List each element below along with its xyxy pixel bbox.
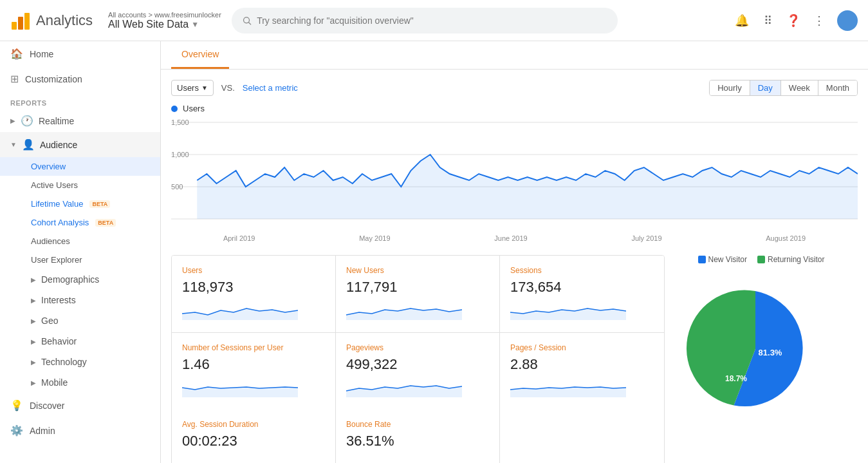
stat-value-sessions: 173,654 <box>510 279 654 296</box>
metric-select[interactable]: Users ▼ <box>171 80 214 96</box>
stat-label-new-users: New Users <box>346 266 489 275</box>
sidebar-item-customization[interactable]: ⊞ Customization <box>0 66 160 91</box>
chart-x-labels: April 2019 May 2019 June 2019 July 2019 … <box>171 232 858 245</box>
stat-card-sessions: Sessions 173,654 <box>500 256 664 333</box>
stat-label-pages-per-session: Pages / Session <box>510 343 654 352</box>
time-btn-week[interactable]: Week <box>781 80 818 95</box>
chart-area: Users ▼ VS. Select a metric Hourly Day W… <box>161 70 868 255</box>
sidebar-item-technology[interactable]: ▶ Technology <box>0 352 160 372</box>
discover-icon: 💡 <box>10 399 23 411</box>
sparkline-new-users <box>346 301 462 320</box>
svg-rect-2 <box>24 13 30 30</box>
pie-legend-new-visitor: New Visitor <box>698 255 747 264</box>
apps-icon[interactable]: ⠿ <box>760 13 775 28</box>
pie-chart-svg: 81.3% 18.7% <box>675 272 836 413</box>
expand-icon: ▶ <box>10 117 15 124</box>
time-btn-day[interactable]: Day <box>750 80 781 95</box>
sparkline-avg-session <box>182 455 298 463</box>
sidebar-item-mobile[interactable]: ▶ Mobile <box>0 372 160 393</box>
sparkline-sessions <box>510 301 626 320</box>
person-icon: 👤 <box>22 138 35 151</box>
stat-card-pages-per-session: Pages / Session 2.88 <box>500 333 664 410</box>
stat-card-new-users: New Users 117,791 <box>336 256 500 333</box>
stat-label-avg-session: Avg. Session Duration <box>182 420 325 429</box>
stat-value-pages-per-session: 2.88 <box>510 356 654 373</box>
stat-card-users: Users 118,973 <box>172 256 336 333</box>
sidebar-item-interests[interactable]: ▶ Interests <box>0 290 160 310</box>
sidebar-item-overview[interactable]: Overview <box>0 157 160 176</box>
svg-text:1,500: 1,500 <box>171 118 189 126</box>
stat-label-sessions: Sessions <box>510 266 654 275</box>
new-visitor-dot <box>698 256 706 263</box>
more-icon[interactable]: ⋮ <box>811 13 827 28</box>
expand-interests-icon: ▶ <box>31 297 36 304</box>
sidebar: 🏠 Home ⊞ Customization REPORTS ▶ 🕐 Realt… <box>0 41 161 463</box>
x-label-may: May 2019 <box>359 234 390 242</box>
search-bar[interactable] <box>232 8 618 33</box>
sidebar-item-geo[interactable]: ▶ Geo <box>0 310 160 331</box>
stat-label-sessions-per-user: Number of Sessions per User <box>182 343 325 352</box>
content-inner: Overview Users ▼ VS. Select a metric Hou… <box>161 41 868 463</box>
pie-legend: New Visitor Returning Visitor <box>675 255 847 264</box>
sidebar-item-home[interactable]: 🏠 Home <box>0 41 160 66</box>
stat-card-empty <box>500 410 664 463</box>
svg-text:500: 500 <box>171 183 183 191</box>
svg-line-4 <box>248 22 251 24</box>
stat-value-new-users: 117,791 <box>346 279 489 296</box>
lifetime-value-beta-badge: BETA <box>89 200 110 208</box>
x-label-august: August 2019 <box>766 234 806 242</box>
time-btn-hourly[interactable]: Hourly <box>710 80 750 95</box>
x-label-june: June 2019 <box>494 234 527 242</box>
pie-legend-returning-visitor: Returning Visitor <box>757 255 825 264</box>
users-legend-label: Users <box>183 104 205 113</box>
sparkline-pages-per-session <box>510 378 626 397</box>
sidebar-item-discover[interactable]: 💡 Discover <box>0 393 160 418</box>
sidebar-item-lifetime-value[interactable]: Lifetime Value BETA <box>0 194 160 213</box>
sparkline-bounce-rate <box>346 455 462 463</box>
stat-card-avg-session: Avg. Session Duration 00:02:23 <box>172 410 336 463</box>
help-icon[interactable]: ❓ <box>786 13 801 28</box>
time-btn-month[interactable]: Month <box>818 80 857 95</box>
sidebar-item-realtime[interactable]: ▶ 🕐 Realtime <box>0 109 160 132</box>
sidebar-item-behavior[interactable]: ▶ Behavior <box>0 331 160 352</box>
main-layout: 🏠 Home ⊞ Customization REPORTS ▶ 🕐 Realt… <box>0 41 868 463</box>
sidebar-section-reports: REPORTS <box>0 91 160 109</box>
svg-point-3 <box>243 17 249 23</box>
collapse-icon: ▼ <box>10 141 17 148</box>
expand-geo-icon: ▶ <box>31 317 36 325</box>
sidebar-item-active-users[interactable]: Active Users <box>0 176 160 194</box>
sidebar-item-admin[interactable]: ⚙️ Admin <box>0 418 160 443</box>
returning-visitor-label: Returning Visitor <box>768 255 825 264</box>
sidebar-item-audiences[interactable]: Audiences <box>0 232 160 250</box>
sidebar-item-demographics[interactable]: ▶ Demographics <box>0 269 160 290</box>
stat-card-bounce-rate: Bounce Rate 36.51% <box>336 410 500 463</box>
sidebar-item-audience[interactable]: ▼ 👤 Audience <box>0 132 160 157</box>
sparkline-pageviews <box>346 378 462 397</box>
stat-card-sessions-per-user: Number of Sessions per User 1.46 <box>172 333 336 410</box>
expand-behavior-icon: ▶ <box>31 338 36 345</box>
stat-value-sessions-per-user: 1.46 <box>182 356 325 373</box>
search-input[interactable] <box>257 15 607 26</box>
sparkline-users <box>182 301 298 320</box>
stat-value-users: 118,973 <box>182 279 325 296</box>
grid-icon: ⊞ <box>10 73 19 85</box>
x-label-july: July 2019 <box>631 234 661 242</box>
tab-overview[interactable]: Overview <box>171 41 229 69</box>
expand-technology-icon: ▶ <box>31 359 36 366</box>
breadcrumb-top: All accounts > www.freesimunlocker <box>108 11 221 19</box>
chart-controls: Users ▼ VS. Select a metric Hourly Day W… <box>171 80 858 96</box>
stat-value-bounce-rate: 36.51% <box>346 433 489 449</box>
sidebar-item-cohort-analysis[interactable]: Cohort Analysis BETA <box>0 213 160 232</box>
notifications-icon[interactable]: 🔔 <box>734 13 750 28</box>
avatar[interactable] <box>837 10 858 31</box>
line-chart: 1,500 1,000 500 <box>171 116 858 232</box>
pie-new-visitor-pct: 81.3% <box>759 348 782 357</box>
cohort-beta-badge: BETA <box>95 219 116 227</box>
line-chart-svg: 1,500 1,000 500 <box>171 116 858 232</box>
x-label-april: April 2019 <box>223 234 255 242</box>
stat-value-avg-session: 00:02:23 <box>182 433 325 449</box>
content: Overview Users ▼ VS. Select a metric Hou… <box>161 41 868 463</box>
select-metric-link[interactable]: Select a metric <box>243 83 298 93</box>
sidebar-item-user-explorer[interactable]: User Explorer <box>0 250 160 269</box>
breadcrumb-bottom[interactable]: All Web Site Data ▼ <box>108 19 221 30</box>
